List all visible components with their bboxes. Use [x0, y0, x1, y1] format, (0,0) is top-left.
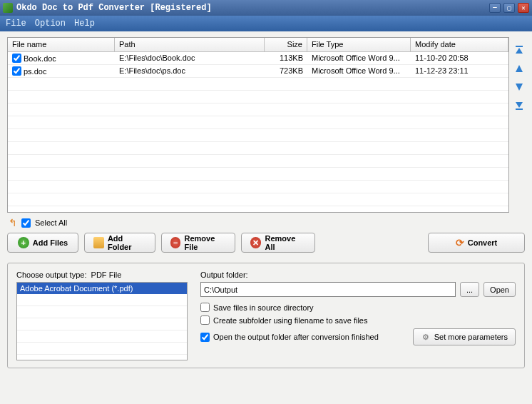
menu-help[interactable]: Help	[74, 19, 95, 29]
output-type-item[interactable]: Adobe Acrobat Document (*.pdf)	[17, 283, 187, 294]
output-type-current: PDF File	[91, 271, 122, 279]
up-folder-icon[interactable]: ↰	[9, 217, 17, 228]
browse-button[interactable]: ...	[460, 282, 479, 297]
close-button[interactable]: ✕	[518, 3, 529, 13]
move-bottom-button[interactable]	[513, 100, 525, 111]
move-down-button[interactable]	[513, 81, 525, 93]
folder-icon	[93, 237, 104, 248]
output-folder-input[interactable]	[200, 282, 456, 297]
file-list-header: File name Path Size File Type Modify dat…	[8, 38, 508, 52]
file-type: Microsoft Office Word 9...	[307, 52, 411, 64]
open-after-checkbox[interactable]	[200, 333, 210, 342]
file-name: ps.doc	[24, 67, 46, 76]
menu-file[interactable]: File	[6, 19, 26, 29]
move-top-button[interactable]	[513, 44, 525, 56]
output-folder-label: Output folder:	[200, 271, 516, 279]
gear-icon: ⚙	[421, 332, 431, 342]
file-checkbox[interactable]	[12, 54, 21, 63]
create-subfolder-label: Create subfolder using filename to save …	[213, 316, 367, 325]
create-subfolder-checkbox[interactable]	[200, 315, 210, 325]
file-checkbox[interactable]	[12, 66, 21, 76]
maximize-button[interactable]: ▢	[503, 3, 515, 13]
file-list[interactable]: File name Path Size File Type Modify dat…	[7, 37, 509, 213]
plus-icon: +	[18, 237, 29, 248]
add-files-button[interactable]: +Add Files	[7, 233, 78, 253]
table-row[interactable]: Book.docE:\Files\doc\Book.doc113KBMicros…	[8, 52, 508, 65]
col-header-type[interactable]: File Type	[307, 38, 411, 51]
open-after-label: Open the output folder after conversion …	[213, 333, 379, 341]
select-all-checkbox[interactable]	[21, 218, 31, 228]
add-folder-button[interactable]: Add Folder	[84, 233, 155, 253]
x-icon: ✕	[250, 237, 261, 248]
output-type-label: Choose output type:	[16, 271, 86, 279]
app-icon	[3, 3, 13, 13]
menu-bar: File Option Help	[0, 16, 532, 31]
table-row[interactable]: ps.docE:\Files\doc\ps.doc723KBMicrosoft …	[8, 65, 508, 78]
svg-rect-0	[516, 46, 523, 47]
svg-rect-1	[516, 108, 523, 110]
select-all-label: Select All	[35, 218, 67, 227]
settings-panel: Choose output type: PDF File Adobe Acrob…	[7, 263, 525, 368]
file-size: 113KB	[265, 52, 307, 64]
menu-option[interactable]: Option	[35, 19, 66, 29]
save-source-checkbox[interactable]	[200, 303, 210, 312]
convert-button[interactable]: ⟳Convert	[428, 233, 525, 253]
convert-icon: ⟳	[456, 237, 464, 248]
file-size: 723KB	[265, 65, 307, 77]
col-header-size[interactable]: Size	[265, 38, 307, 51]
file-date: 11-10-20 20:58	[411, 52, 508, 64]
remove-file-button[interactable]: −Remove File	[161, 233, 235, 253]
col-header-date[interactable]: Modify date	[411, 38, 508, 51]
file-name: Book.doc	[24, 54, 56, 63]
remove-all-button[interactable]: ✕Remove All	[241, 233, 315, 253]
output-type-list[interactable]: Adobe Acrobat Document (*.pdf)	[16, 282, 188, 360]
save-source-label: Save files in source directory	[213, 303, 314, 312]
minus-icon: −	[170, 237, 180, 248]
file-path: E:\Files\doc\Book.doc	[115, 52, 265, 64]
file-date: 11-12-23 23:11	[411, 65, 508, 77]
open-button[interactable]: Open	[484, 282, 516, 297]
window-title: Okdo Doc to Pdf Converter [Registered]	[16, 3, 489, 13]
more-parameters-button[interactable]: ⚙Set more parameters	[413, 328, 516, 345]
move-up-button[interactable]	[513, 63, 525, 74]
file-type: Microsoft Office Word 9...	[307, 65, 411, 77]
minimize-button[interactable]: —	[489, 3, 501, 13]
file-path: E:\Files\doc\ps.doc	[115, 65, 265, 77]
title-bar: Okdo Doc to Pdf Converter [Registered] —…	[0, 0, 532, 16]
col-header-name[interactable]: File name	[8, 38, 115, 51]
col-header-path[interactable]: Path	[115, 38, 265, 51]
